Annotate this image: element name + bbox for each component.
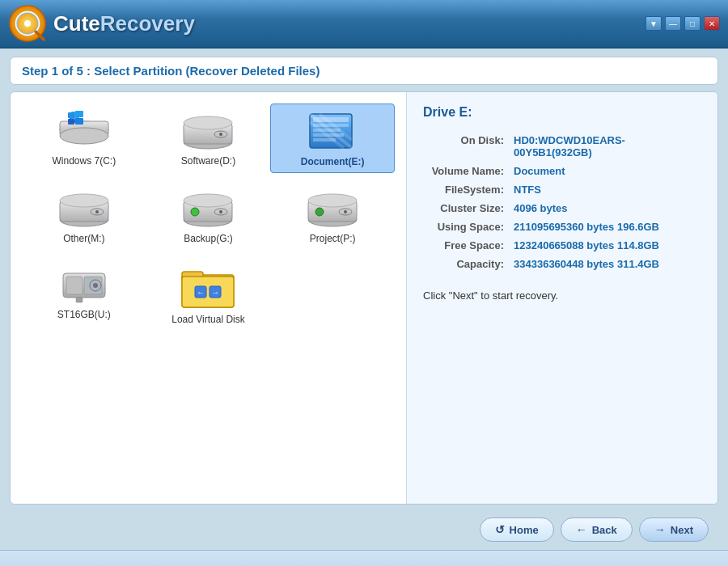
next-icon: →: [654, 523, 666, 536]
partition-label-project: Project(P:): [310, 233, 356, 244]
svg-point-19: [219, 133, 222, 136]
info-row-free: Free Space: 123240665088 bytes 114.8GB: [423, 236, 701, 255]
software-drive-icon: [179, 108, 237, 152]
next-label: Next: [671, 524, 693, 536]
info-value-volume: Document: [512, 162, 701, 180]
info-row-volume: Volume Name: Document: [423, 162, 701, 180]
partition-grid: Windows 7(C:): [11, 92, 407, 504]
partition-item-virtual[interactable]: ← → Load Virtual Disk: [146, 257, 271, 330]
info-row-cluster: Cluster Size: 4096 bytes: [423, 199, 701, 218]
next-button[interactable]: → Next: [639, 517, 709, 542]
project-drive-icon: [303, 186, 362, 230]
svg-point-17: [184, 116, 232, 129]
partition-label-windows: Windows 7(C:): [52, 155, 116, 167]
drive-info-panel: Drive E: On Disk: HD0:WDCWD10EARS-00Y5B1…: [407, 92, 717, 504]
app-logo: CuteRecovery: [8, 4, 195, 43]
partition-item-software[interactable]: Software(D:): [146, 103, 271, 173]
svg-point-36: [184, 194, 232, 207]
window-maximize-btn[interactable]: □: [684, 16, 700, 31]
info-label-cluster: Cluster Size:: [423, 199, 512, 218]
window-controls: ▼ — □ ✕: [645, 16, 720, 31]
window-close-btn[interactable]: ✕: [704, 16, 720, 31]
info-value-ondisk: HD0:WDCWD10EARS-00Y5B1(932GB): [512, 131, 701, 162]
partition-item-st16gb[interactable]: ST16GB(U:): [22, 257, 146, 330]
info-value-free: 123240665088 bytes 114.8GB: [512, 236, 701, 255]
nav-buttons-row: ↺ Home ← Back → Next: [10, 511, 718, 542]
info-value-cluster: 4096 bytes: [512, 199, 701, 218]
st16gb-drive-icon: [55, 262, 113, 306]
svg-point-43: [315, 208, 324, 216]
partition-item-windows[interactable]: Windows 7(C:): [22, 103, 146, 173]
svg-point-2: [24, 20, 31, 27]
svg-rect-12: [75, 111, 83, 117]
info-label-capacity: Capacity:: [423, 255, 512, 273]
partition-item-other[interactable]: Other(M:): [22, 181, 146, 249]
drive-info-table: On Disk: HD0:WDCWD10EARS-00Y5B1(932GB) V…: [423, 131, 701, 273]
info-label-volume: Volume Name:: [423, 162, 512, 180]
svg-point-31: [60, 194, 108, 207]
back-icon: ←: [576, 523, 587, 536]
content-panel: Windows 7(C:): [10, 91, 718, 505]
title-bar: CuteRecovery ▼ — □ ✕: [0, 0, 728, 49]
svg-point-33: [95, 210, 99, 213]
info-value-using: 211095695360 bytes 196.6GB: [512, 218, 701, 236]
svg-point-42: [308, 194, 357, 207]
svg-point-39: [219, 210, 222, 213]
info-label-fs: FileSystem:: [423, 180, 512, 199]
svg-rect-51: [76, 298, 83, 302]
svg-point-50: [93, 283, 98, 288]
info-row-capacity: Capacity: 334336360448 bytes 311.4GB: [423, 255, 701, 273]
partition-item-project[interactable]: Project(P:): [270, 181, 395, 249]
info-row-using: Using Space: 211095695360 bytes 196.6GB: [423, 218, 701, 236]
info-value-capacity: 334336360448 bytes 311.4GB: [512, 255, 701, 273]
partition-item-backup[interactable]: Backup(G:): [146, 181, 271, 249]
window-minimize-btn[interactable]: —: [665, 16, 681, 31]
info-label-free: Free Space:: [423, 236, 512, 255]
home-icon: ↺: [495, 523, 505, 536]
step-label: Step 1 of 5 : Select Partition (Recover …: [10, 57, 718, 85]
info-value-fs: NTFS: [512, 180, 701, 199]
other-drive-icon: [55, 186, 113, 230]
virtual-disk-icon: ← →: [179, 262, 237, 310]
info-row-fs: FileSystem: NTFS: [423, 180, 701, 199]
partition-label-backup: Backup(G:): [184, 233, 233, 244]
partition-label-virtual: Load Virtual Disk: [171, 314, 245, 325]
drive-info-title: Drive E:: [423, 105, 701, 120]
partition-label-software: Software(D:): [181, 155, 235, 167]
info-hint: Click "Next" to start recovery.: [423, 289, 701, 302]
partition-label-document: Document(E:): [301, 156, 365, 167]
svg-point-45: [344, 210, 347, 213]
window-arrow-btn[interactable]: ▼: [645, 16, 662, 31]
main-area: Step 1 of 5 : Select Partition (Recover …: [0, 49, 728, 550]
svg-text:←: ←: [197, 288, 205, 297]
partition-item-document[interactable]: Document(E:): [270, 103, 395, 173]
svg-text:→: →: [211, 288, 219, 297]
svg-rect-11: [68, 112, 74, 118]
backup-drive-icon: [179, 186, 237, 230]
bottom-bar: CuteRecovery - Lost Files and Partitions…: [0, 550, 728, 566]
document-drive-icon: [303, 109, 362, 153]
svg-point-7: [60, 128, 108, 144]
svg-rect-47: [66, 277, 83, 294]
windows-drive-icon: [55, 108, 113, 152]
info-row-ondisk: On Disk: HD0:WDCWD10EARS-00Y5B1(932GB): [423, 131, 701, 162]
logo-icon: [8, 4, 47, 43]
app-title: CuteRecovery: [53, 11, 195, 36]
partition-label-other: Other(M:): [63, 233, 104, 244]
home-button[interactable]: ↺ Home: [480, 517, 554, 542]
title-recovery: Recovery: [100, 11, 195, 36]
back-label: Back: [592, 524, 617, 536]
back-button[interactable]: ← Back: [561, 517, 633, 542]
title-cute: Cute: [53, 11, 100, 36]
info-label-ondisk: On Disk:: [423, 131, 512, 162]
info-label-using: Using Space:: [423, 218, 512, 236]
partition-label-st16gb: ST16GB(U:): [57, 309, 111, 320]
svg-rect-13: [68, 119, 74, 125]
svg-point-37: [191, 208, 199, 216]
svg-rect-14: [75, 118, 83, 125]
home-label: Home: [510, 524, 539, 536]
svg-rect-54: [182, 277, 234, 307]
